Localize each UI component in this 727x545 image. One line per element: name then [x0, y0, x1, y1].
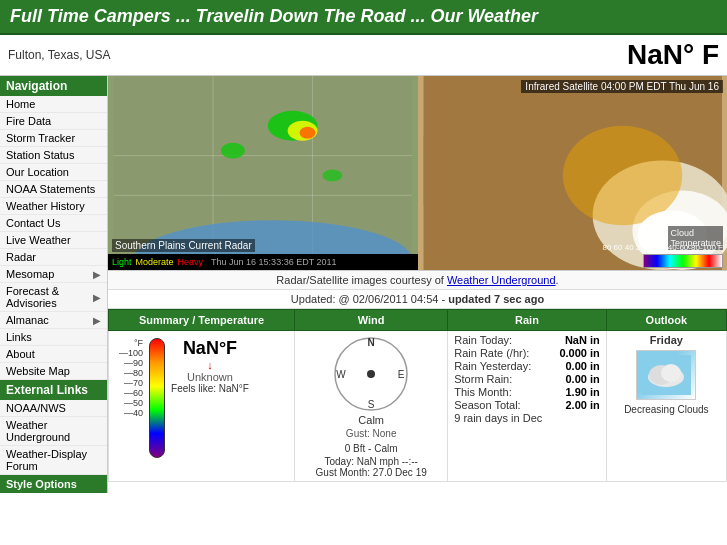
- main-layout: Navigation Home Fire Data Storm Tracker …: [0, 76, 727, 493]
- outlook-description: Decreasing Clouds: [613, 404, 720, 415]
- wind-gust-month: Gust Month: 27.0 Dec 19: [301, 467, 441, 478]
- subheader: Fulton, Texas, USA NaN° F: [0, 35, 727, 76]
- style-options-header: Style Options: [0, 475, 107, 493]
- sidebar-item-label: Weather Underground: [6, 419, 101, 443]
- rain-month-label: This Month:: [454, 386, 511, 398]
- svg-text:W: W: [336, 369, 346, 380]
- sidebar-item-live-weather[interactable]: Live Weather: [0, 232, 107, 249]
- radar-legend: Light Moderate Heavy Thu Jun 16 15:33:36…: [108, 254, 418, 270]
- outlook-icon: [636, 350, 696, 400]
- svg-text:N: N: [368, 337, 375, 348]
- rain-row-today: Rain Today: NaN in: [454, 334, 600, 346]
- wind-compass-svg: N S E W: [331, 334, 411, 414]
- sidebar-item-radar[interactable]: Radar: [0, 249, 107, 266]
- sidebar-item-label: Station Status: [6, 149, 75, 161]
- col-header-outlook: Outlook: [606, 310, 726, 331]
- temp-status: Unknown: [171, 371, 249, 383]
- current-temperature: NaN° F: [627, 39, 719, 71]
- legend-heavy: Heavy: [178, 257, 204, 267]
- chevron-right-icon: ▶: [93, 292, 101, 303]
- rain-yesterday-label: Rain Yesterday:: [454, 360, 531, 372]
- wind-cell: N S E W Calm Gust: None 0 Bft - Calm Tod: [295, 331, 448, 482]
- courtesy-line: Radar/Satellite images courtesy of Weath…: [108, 271, 727, 290]
- sidebar-item-website-map[interactable]: Website Map: [0, 363, 107, 380]
- sidebar-item-weather-history[interactable]: Weather History: [0, 198, 107, 215]
- sidebar-item-label: Live Weather: [6, 234, 71, 246]
- rain-rate-label: Rain Rate (/hr):: [454, 347, 529, 359]
- wind-today: Today: NaN mph --:--: [301, 456, 441, 467]
- svg-point-13: [367, 370, 375, 378]
- sidebar-item-home[interactable]: Home: [0, 96, 107, 113]
- sidebar-item-weather-underground[interactable]: Weather Underground: [0, 417, 107, 446]
- radar-timestamp: Thu Jun 16 15:33:36 EDT 2011: [211, 257, 336, 267]
- rain-storm-label: Storm Rain:: [454, 373, 512, 385]
- satellite-title: Infrared Satellite 04:00 PM EDT Thu Jun …: [521, 80, 723, 93]
- radar-panel: Southern Plains Current Radar Light Mode…: [108, 76, 418, 270]
- wind-speed-calm: Calm: [301, 414, 441, 426]
- sidebar-item-label: Contact Us: [6, 217, 60, 229]
- satellite-panel: Infrared Satellite 04:00 PM EDT Thu Jun …: [418, 76, 728, 270]
- sidebar-item-our-location[interactable]: Our Location: [0, 164, 107, 181]
- sidebar-item-label: Fire Data: [6, 115, 51, 127]
- chevron-right-icon: ▶: [93, 269, 101, 280]
- svg-point-6: [322, 170, 342, 182]
- sidebar-item-label: Weather-Display Forum: [6, 448, 101, 472]
- sidebar-item-almanac[interactable]: Almanac ▶: [0, 312, 107, 329]
- sidebar-item-noaa-nws[interactable]: NOAA/NWS: [0, 400, 107, 417]
- temp-scale-labels: °F —100 —90 —80 —70 —60 —50 —40: [119, 338, 143, 418]
- rain-row-rate: Rain Rate (/hr): 0.000 in: [454, 347, 600, 359]
- sidebar-item-label: Forecast & Advisories: [6, 285, 93, 309]
- courtesy-text: Radar/Satellite images courtesy of: [276, 274, 447, 286]
- feels-like-text: Feels like: NaN°F: [171, 383, 249, 394]
- content-area: Southern Plains Current Radar Light Mode…: [108, 76, 727, 493]
- wind-bft: 0 Bft - Calm: [301, 443, 441, 454]
- sidebar-item-storm-tracker[interactable]: Storm Tracker: [0, 130, 107, 147]
- sidebar-item-label: Links: [6, 331, 32, 343]
- temp-readout: NaN°F ↓ Unknown Feels like: NaN°F: [171, 338, 249, 394]
- sidebar-item-fire-data[interactable]: Fire Data: [0, 113, 107, 130]
- sidebar-item-noaa-statements[interactable]: NOAA Statements: [0, 181, 107, 198]
- sidebar-item-forecast[interactable]: Forecast & Advisories ▶: [0, 283, 107, 312]
- svg-point-10: [562, 126, 681, 225]
- sidebar-item-label: Weather History: [6, 200, 85, 212]
- rain-days-label: 9 rain days in Dec: [454, 412, 542, 424]
- sidebar-item-label: NOAA Statements: [6, 183, 95, 195]
- col-header-rain: Rain: [448, 310, 607, 331]
- nav-section-header: Navigation: [0, 76, 107, 96]
- sidebar-item-station-status[interactable]: Station Status: [0, 147, 107, 164]
- sidebar-item-label: Storm Tracker: [6, 132, 75, 144]
- sidebar-item-weather-display-forum[interactable]: Weather-Display Forum: [0, 446, 107, 475]
- temp-gauge-container: °F —100 —90 —80 —70 —60 —50 —40: [115, 334, 288, 462]
- rain-row-days: 9 rain days in Dec: [454, 412, 600, 424]
- sidebar-item-links[interactable]: Links: [0, 329, 107, 346]
- data-table: Summary / Temperature Wind Rain Outlook …: [108, 309, 727, 482]
- sidebar-item-label: Website Map: [6, 365, 70, 377]
- weather-underground-link[interactable]: Weather Underground: [447, 274, 556, 286]
- sidebar-item-mesomap[interactable]: Mesomap ▶: [0, 266, 107, 283]
- sidebar-item-about[interactable]: About: [0, 346, 107, 363]
- temp-value: NaN°F: [171, 338, 249, 359]
- sidebar-item-label: Radar: [6, 251, 36, 263]
- col-header-temp: Summary / Temperature: [109, 310, 295, 331]
- legend-moderate: Moderate: [136, 257, 174, 267]
- chevron-right-icon: ▶: [93, 315, 101, 326]
- sidebar-item-contact-us[interactable]: Contact Us: [0, 215, 107, 232]
- rain-cell: Rain Today: NaN in Rain Rate (/hr): 0.00…: [448, 331, 607, 482]
- temperature-cell: °F —100 —90 —80 —70 —60 —50 —40: [109, 331, 295, 482]
- cloud-icon: [641, 355, 691, 395]
- rain-today-value: NaN in: [565, 334, 600, 346]
- sidebar-item-label: Our Location: [6, 166, 69, 178]
- ext-links-header: External Links: [0, 380, 107, 400]
- rain-row-yesterday: Rain Yesterday: 0.00 in: [454, 360, 600, 372]
- svg-point-4: [300, 127, 316, 139]
- rain-row-season: Season Total: 2.00 in: [454, 399, 600, 411]
- updated-prefix: Updated: @ 02/06/2011 04:54 -: [291, 293, 448, 305]
- gust-label: Gust:: [346, 428, 370, 439]
- rain-today-label: Rain Today:: [454, 334, 512, 346]
- svg-point-21: [661, 364, 681, 382]
- legend-light: Light: [112, 257, 132, 267]
- page-header: Full Time Campers ... Travelin Down The …: [0, 0, 727, 35]
- updated-line: Updated: @ 02/06/2011 04:54 - updated 7 …: [108, 290, 727, 309]
- rain-storm-value: 0.00 in: [566, 373, 600, 385]
- temp-arrow-icon: ↓: [171, 359, 249, 371]
